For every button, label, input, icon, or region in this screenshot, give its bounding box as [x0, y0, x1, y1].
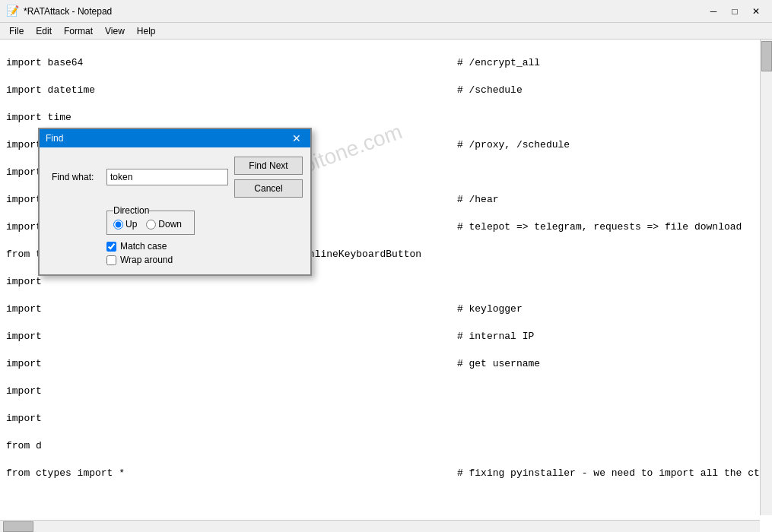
direction-radios: Up Down	[113, 219, 182, 230]
menu-bar: File Edit Format View Help	[0, 23, 772, 40]
match-case-label[interactable]: Match case	[106, 241, 298, 252]
find-what-input[interactable]	[106, 169, 228, 185]
dialog-checkboxes: Match case Wrap around	[106, 241, 298, 265]
dialog-title-bar: Find ✕	[40, 129, 310, 147]
menu-view[interactable]: View	[99, 24, 131, 38]
radio-up-label[interactable]: Up	[113, 219, 137, 230]
title-bar-left: 📝 *RATAttack - Notepad	[6, 5, 112, 17]
wrap-around-label[interactable]: Wrap around	[106, 255, 298, 265]
match-case-checkbox[interactable]	[106, 242, 116, 252]
scrollbar-h-thumb[interactable]	[3, 521, 33, 532]
code-line: import time	[6, 111, 766, 125]
dialog-close-button[interactable]: ✕	[289, 131, 304, 146]
direction-legend: Direction	[113, 205, 149, 216]
scrollbar-vertical[interactable]	[760, 40, 772, 515]
code-line: import # internal IP	[6, 330, 766, 344]
find-dialog: Find ✕ Find what: Find Next Cancel Direc…	[38, 128, 312, 276]
title-bar-controls: ─ □ ✕	[704, 4, 766, 19]
editor-area[interactable]: import base64 # /encrypt_all import date…	[0, 40, 772, 515]
app-icon: 📝	[6, 5, 19, 17]
code-line: import # keylogger	[6, 302, 766, 316]
radio-up[interactable]	[113, 220, 123, 230]
radio-down-label[interactable]: Down	[146, 219, 182, 230]
scrollbar-horizontal[interactable]	[0, 520, 760, 532]
window-title: *RATAttack - Notepad	[24, 6, 112, 17]
code-line: import base64 # /encrypt_all	[6, 56, 766, 70]
menu-file[interactable]: File	[3, 24, 30, 38]
code-line: from d	[6, 439, 766, 453]
code-line: import	[6, 412, 766, 426]
menu-help[interactable]: Help	[131, 24, 162, 38]
dialog-title: Find	[46, 133, 63, 144]
code-line: import datetime # /schedule	[6, 84, 766, 97]
wrap-around-checkbox[interactable]	[106, 255, 116, 265]
code-line: import # get username	[6, 357, 766, 371]
scrollbar-thumb[interactable]	[761, 41, 772, 71]
menu-format[interactable]: Format	[58, 24, 99, 38]
find-what-row: Find what: Find Next Cancel	[52, 157, 298, 198]
title-bar: 📝 *RATAttack - Notepad ─ □ ✕	[0, 0, 772, 23]
code-line: import	[6, 275, 766, 289]
menu-edit[interactable]: Edit	[30, 24, 58, 38]
radio-down[interactable]	[146, 220, 156, 230]
code-line: from ctypes import * # fixing pyinstalle…	[6, 467, 766, 480]
dialog-body: Find what: Find Next Cancel Direction Up	[40, 147, 310, 274]
close-button[interactable]: ✕	[746, 4, 766, 19]
minimize-button[interactable]: ─	[704, 4, 723, 19]
code-line	[6, 494, 766, 508]
direction-group: Direction Up Down	[106, 205, 298, 235]
cancel-button[interactable]: Cancel	[234, 179, 303, 198]
dialog-buttons: Find Next Cancel	[234, 157, 303, 198]
maximize-button[interactable]: □	[725, 4, 745, 19]
find-next-button[interactable]: Find Next	[234, 157, 303, 175]
code-line: import	[6, 385, 766, 398]
find-what-label: Find what:	[52, 172, 106, 182]
